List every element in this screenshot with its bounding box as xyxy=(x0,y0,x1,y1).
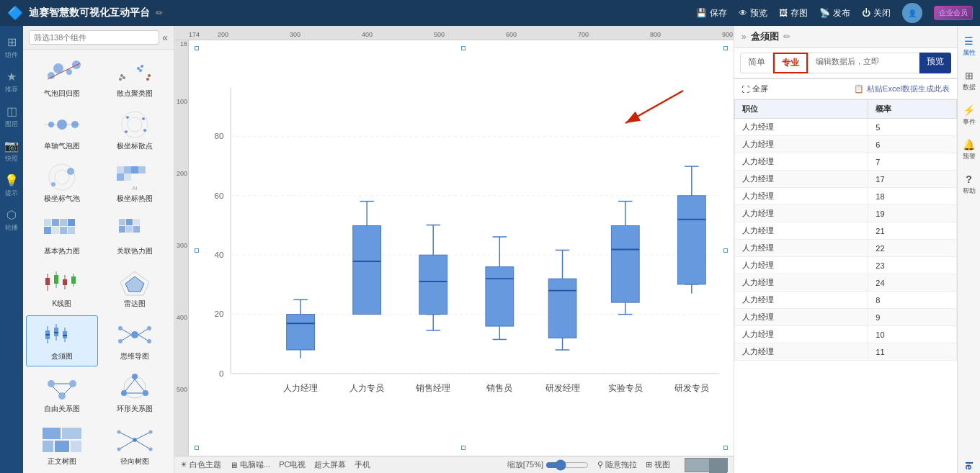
svg-rect-45 xyxy=(119,226,125,233)
selection-handle-tr[interactable] xyxy=(723,46,728,50)
svg-rect-39 xyxy=(52,227,59,234)
component-item-radial-tree[interactable]: 径向树图 xyxy=(99,420,172,472)
component-label-ring-relation: 环形关系图 xyxy=(117,404,153,414)
right-panel-edit-icon[interactable]: ✏ xyxy=(783,32,790,42)
table-row[interactable]: 人力经理22 xyxy=(735,240,957,257)
save-image-button[interactable]: 🖼 存图 xyxy=(779,7,808,19)
sidebar-item-layers[interactable]: ◫ 图层 xyxy=(1,101,22,132)
svg-rect-29 xyxy=(131,166,138,174)
table-row[interactable]: 人力经理7 xyxy=(735,153,957,171)
svg-text:销售经理: 销售经理 xyxy=(415,383,450,392)
far-right-help[interactable]: ? 帮助 xyxy=(959,168,979,200)
component-item-ring-relation[interactable]: 环形关系图 xyxy=(99,368,172,419)
sidebar-item-recommend[interactable]: ★ 推荐 xyxy=(1,66,22,98)
table-row[interactable]: 人力经理11 xyxy=(735,343,957,361)
component-item-kline[interactable]: K线图 xyxy=(26,263,98,314)
mobile-button[interactable]: 手机 xyxy=(355,459,370,470)
table-row[interactable]: 人力经理21 xyxy=(735,222,957,240)
component-item-polar-scatter[interactable]: 极坐标散点 xyxy=(99,105,172,156)
component-item-scatter-cluster[interactable]: 散点聚类图 xyxy=(99,53,172,104)
far-right-alert[interactable]: 🔔 预警 xyxy=(959,134,979,166)
canvas-inner[interactable]: 0 20 40 60 80 xyxy=(189,40,734,456)
table-row[interactable]: 人力经理5 xyxy=(735,119,957,136)
canvas-area[interactable]: 174 200 300 400 500 600 700 800 900 1000… xyxy=(174,26,734,473)
selection-handle-bm[interactable] xyxy=(461,446,466,450)
fullscreen-button[interactable]: ⛶ 全屏 xyxy=(741,84,768,94)
tab-pro[interactable]: 专业 xyxy=(773,53,808,73)
free-relation-thumb xyxy=(40,373,84,402)
tab-simple[interactable]: 简单 xyxy=(740,53,773,73)
table-row[interactable]: 人力经理23 xyxy=(735,257,957,274)
cell-probability: 22 xyxy=(868,240,957,257)
tab-preview[interactable]: 预览 xyxy=(919,53,951,73)
svg-rect-42 xyxy=(119,219,125,225)
search-input[interactable] xyxy=(29,30,159,45)
close-button[interactable]: ⏻ 关闭 xyxy=(862,7,891,19)
svg-point-102 xyxy=(149,448,153,451)
far-right-events[interactable]: ⚡ 事件 xyxy=(959,99,979,131)
table-row[interactable]: 人力经理10 xyxy=(735,326,957,343)
table-row[interactable]: 人力经理9 xyxy=(735,309,957,326)
events-icon: ⚡ xyxy=(963,104,975,116)
paste-excel-button[interactable]: 📋 粘贴Excel数据生成此表 xyxy=(854,84,950,94)
power-icon: ⏻ xyxy=(862,8,870,18)
tab-data-edit[interactable]: 编辑数据后，立即 xyxy=(808,53,919,73)
preview-button[interactable]: 👁 预览 xyxy=(739,7,767,19)
selection-handle-br[interactable] xyxy=(723,446,728,450)
component-item-polar-heatmap[interactable]: AI 极坐标热图 xyxy=(99,158,172,209)
drag-toggle[interactable]: ⚲ 随意拖拉 xyxy=(597,459,637,470)
title-edit-icon[interactable]: ✏ xyxy=(156,8,163,18)
component-item-basic-heatmap[interactable]: 基本热力图 xyxy=(26,210,98,261)
svg-point-12 xyxy=(146,78,149,81)
far-right-properties[interactable]: ☰ 属性 xyxy=(959,30,979,62)
publish-button[interactable]: 📡 发布 xyxy=(819,7,850,19)
sidebar-item-components[interactable]: ⊞ 组件 xyxy=(1,32,22,63)
component-item-relation-heatmap[interactable]: 关联热力图 xyxy=(99,210,172,261)
zoom-control[interactable]: 缩放[75%] xyxy=(507,459,589,471)
svg-point-11 xyxy=(148,74,151,77)
far-right-panel: ☰ 属性 ⊞ 数据 ⚡ 事件 🔔 预警 ? 帮助 Ie xyxy=(957,26,980,473)
far-right-data[interactable]: ⊞ 数据 xyxy=(959,65,979,96)
layers-icon: ◫ xyxy=(6,104,17,118)
svg-point-18 xyxy=(128,117,142,132)
table-row[interactable]: 人力经理17 xyxy=(735,171,957,188)
data-table[interactable]: 职位 概率 人力经理5人力经理6人力经理7人力经理17人力经理18人力经理19人… xyxy=(734,99,957,473)
selection-handle-bl[interactable] xyxy=(195,446,199,450)
selection-handle-mr[interactable] xyxy=(723,248,728,253)
table-row[interactable]: 人力经理8 xyxy=(735,292,957,309)
component-item-treemap[interactable]: 正文树图 xyxy=(26,420,98,472)
component-item-single-axis-bubble[interactable]: 单轴气泡图 xyxy=(26,105,98,156)
component-item-polar-bubble[interactable]: 极坐标气泡 xyxy=(26,158,98,209)
sidebar-item-carousel[interactable]: ⬡ 轮播 xyxy=(1,204,22,236)
selection-handle-tl[interactable] xyxy=(195,46,199,50)
ultrawide-button[interactable]: 超大屏幕 xyxy=(314,459,346,470)
sidebar-item-snapshot[interactable]: 📷 快照 xyxy=(1,135,22,167)
selection-handle-ml[interactable] xyxy=(195,248,199,253)
table-row[interactable]: 人力经理18 xyxy=(735,188,957,205)
data-label: 数据 xyxy=(963,83,976,92)
view-toggle[interactable]: ⊞ 视图 xyxy=(646,459,670,470)
sidebar-item-tips[interactable]: 💡 提示 xyxy=(1,170,22,202)
svg-rect-53 xyxy=(63,279,67,285)
table-row[interactable]: 人力经理19 xyxy=(735,205,957,222)
svg-rect-145 xyxy=(548,279,576,338)
theme-selector[interactable]: ☀ 白色主题 xyxy=(180,459,221,470)
table-row[interactable]: 人力经理24 xyxy=(735,274,957,292)
table-row[interactable]: 人力经理6 xyxy=(735,136,957,153)
component-item-boxplot[interactable]: 盒须图 xyxy=(26,315,98,366)
component-item-free-relation[interactable]: 自由关系图 xyxy=(26,368,98,419)
collapse-button[interactable]: « xyxy=(162,32,168,43)
ruler-vtick-200: 200 xyxy=(177,170,187,177)
icon-sidebar: ⊞ 组件 ★ 推荐 ◫ 图层 📷 快照 💡 提示 ⬡ 轮播 xyxy=(0,26,23,473)
zoom-slider[interactable] xyxy=(545,459,589,471)
component-item-radar[interactable]: 雷达图 xyxy=(99,263,172,314)
pc-tv-button[interactable]: PC电视 xyxy=(279,459,306,470)
selection-handle-tm[interactable] xyxy=(461,46,466,50)
component-item-mindmap[interactable]: 思维导图 xyxy=(99,315,172,366)
device-selector[interactable]: 🖥 电脑端... xyxy=(230,459,270,470)
save-button[interactable]: 💾 保存 xyxy=(696,7,727,19)
component-item-bubble-regression[interactable]: 气泡回归图 xyxy=(26,53,98,104)
right-panel-header: » 盒须图 ✏ xyxy=(734,26,957,48)
relation-heatmap-thumb xyxy=(113,215,156,244)
avatar[interactable]: 👤 xyxy=(902,3,922,23)
